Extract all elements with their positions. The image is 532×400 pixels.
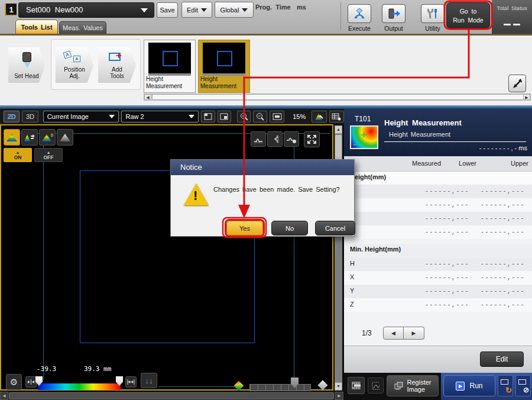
graph-icon: [372, 382, 379, 390]
output-button[interactable]: [382, 4, 406, 23]
height-zero-display-button[interactable]: 0: [39, 129, 56, 146]
expand-toolbar-button[interactable]: [508, 75, 526, 92]
trend-graph-button[interactable]: [368, 378, 384, 393]
profile-vertical-button[interactable]: [267, 131, 283, 147]
layer-slider-track[interactable]: [249, 384, 311, 391]
view-3d-button[interactable]: 3D: [22, 111, 38, 122]
height-range-display-button[interactable]: [21, 129, 38, 146]
refresh-icon: ↻: [505, 386, 512, 395]
fit-view-button[interactable]: [270, 111, 284, 122]
range-collapse-button[interactable]: [25, 376, 37, 388]
edit-button[interactable]: Edit: [480, 351, 524, 367]
scroll-left-icon[interactable]: ◀: [144, 94, 151, 100]
tool-thumbnail-1[interactable]: Height Measurement: [144, 40, 196, 93]
result-settings-button[interactable]: [329, 111, 344, 122]
zoom-out-button[interactable]: [253, 111, 267, 122]
zoom-in-button[interactable]: [237, 111, 251, 122]
display-settings-button[interactable]: ⚙: [6, 374, 22, 390]
chevron-down-icon: [141, 8, 148, 12]
position-adj-icon: A: [63, 50, 72, 59]
total-status-label: Total Status: [497, 5, 527, 11]
tab-meas-values[interactable]: Meas. Values: [59, 21, 106, 34]
color-map-button[interactable]: [312, 111, 326, 122]
output-label: Output: [378, 25, 409, 32]
tool-thumbnail-image: [148, 43, 191, 76]
run-button[interactable]: ▶ Run: [443, 375, 495, 396]
utility-button[interactable]: [421, 4, 445, 23]
warning-exclamation: !: [193, 188, 197, 204]
scroll-right-icon[interactable]: ▶: [523, 94, 530, 100]
page-prev-button[interactable]: ◀: [383, 327, 404, 340]
monitor-disable-button[interactable]: ⊘: [515, 375, 531, 396]
col-measured: Measured: [412, 160, 441, 167]
window-lock-icon: [220, 113, 228, 120]
col-lower: Lower: [459, 160, 476, 167]
dialog-message: Changes have been made. Save Setting?: [213, 186, 351, 193]
viewer-hscrollbar[interactable]: ◀ ▶: [0, 392, 343, 400]
table-row: ------,--- ------,---: [344, 212, 532, 225]
arrow-left-icon: ◀: [391, 330, 395, 336]
global-menu-button[interactable]: Global: [215, 2, 254, 18]
profile-horizontal-button[interactable]: [251, 131, 266, 147]
scrollbar-thumb[interactable]: [9, 392, 334, 399]
layout-single-button[interactable]: [201, 111, 215, 122]
section1-label: Height(mm): [350, 173, 386, 180]
set-head-button[interactable]: Set Head: [8, 47, 45, 83]
rainbow-diamond-marker: [234, 381, 244, 391]
page-next-button[interactable]: ▶: [404, 327, 424, 340]
orange-down-arrow-icon: ↓: [149, 376, 153, 385]
height-image-display-button[interactable]: [4, 129, 20, 146]
cancel-button[interactable]: Cancel: [315, 221, 355, 236]
tool-heatmap-thumbnail: + –: [350, 125, 378, 149]
edit-strip: Edit: [344, 346, 532, 373]
view-2d-button[interactable]: 2D: [4, 111, 20, 122]
program-name: Set000 New000: [26, 5, 83, 14]
image-source-select[interactable]: Current Image: [43, 111, 119, 122]
no-button[interactable]: No: [271, 221, 308, 236]
tool-title: Height Measurement: [384, 118, 462, 127]
layout-lock-button[interactable]: [218, 111, 231, 122]
tool-thumbnail-2-selected[interactable]: Height Measurement: [198, 40, 250, 93]
notice-dialog: Notice ! Changes have been made. Save Se…: [170, 159, 355, 237]
image-history-button[interactable]: [348, 377, 365, 394]
table-row: ------,--- ------,---: [344, 225, 532, 239]
program-number-badge: 1: [5, 4, 17, 16]
scroll-up-icon[interactable]: ▲: [335, 125, 342, 134]
go-to-run-mode-button[interactable]: Go to Run Mode: [446, 2, 490, 28]
fullscreen-button[interactable]: [304, 131, 320, 147]
scroll-right-icon[interactable]: ▶: [335, 392, 343, 400]
range-width-button[interactable]: [125, 376, 137, 388]
auto-range-button[interactable]: ↓ ↓: [141, 373, 157, 388]
scroll-left-icon[interactable]: ◀: [0, 392, 8, 400]
overlay-off-toggle[interactable]: ▲ OFF: [34, 148, 63, 162]
overlay-on-toggle[interactable]: ▲ ON: [4, 148, 32, 162]
profile-settings-button[interactable]: [284, 131, 299, 147]
scroll-down-icon[interactable]: ▼: [335, 382, 342, 391]
yes-button[interactable]: Yes: [226, 221, 263, 236]
prog-time-label: Prog. Time: [255, 4, 291, 11]
table-row: H ------,--- ------,---: [344, 257, 532, 271]
execute-button[interactable]: [348, 4, 371, 23]
laser-beam-icon: [24, 63, 30, 68]
bottom-action-bar: Register Image ▶ Run ↻ ⊘: [344, 373, 532, 400]
section-header-row: Height(mm): [344, 172, 532, 185]
scrollbar-thumb[interactable]: [152, 94, 524, 100]
rainbow-pyramid-icon: [6, 133, 18, 142]
gray-pyramid-icon: [59, 133, 71, 142]
program-select[interactable]: Set000 New000: [18, 2, 154, 18]
toolbar-scrollbar[interactable]: ◀ ▶: [144, 93, 531, 101]
edit-menu-button[interactable]: Edit: [181, 2, 212, 18]
rainbow-pyramid-zero-icon: 0: [41, 133, 53, 142]
image-layer-select[interactable]: Raw 2: [121, 111, 199, 122]
tool-header: T101 + – Height Measurement Height Measu…: [344, 109, 532, 156]
save-button[interactable]: Save: [157, 2, 178, 18]
gray-image-display-button[interactable]: [57, 129, 73, 146]
monitor-refresh-button[interactable]: ↻: [498, 375, 513, 396]
gray-diamond-marker: [318, 380, 328, 391]
tab-tools-list[interactable]: Tools List: [15, 20, 58, 34]
arrows-width-icon: [127, 379, 135, 385]
register-image-button[interactable]: Register Image: [387, 375, 439, 396]
position-adj-button[interactable]: A A Position Adj.: [56, 47, 93, 83]
add-tools-button[interactable]: + Add Tools: [98, 47, 136, 83]
arrow-right-icon: ▶: [412, 330, 416, 336]
